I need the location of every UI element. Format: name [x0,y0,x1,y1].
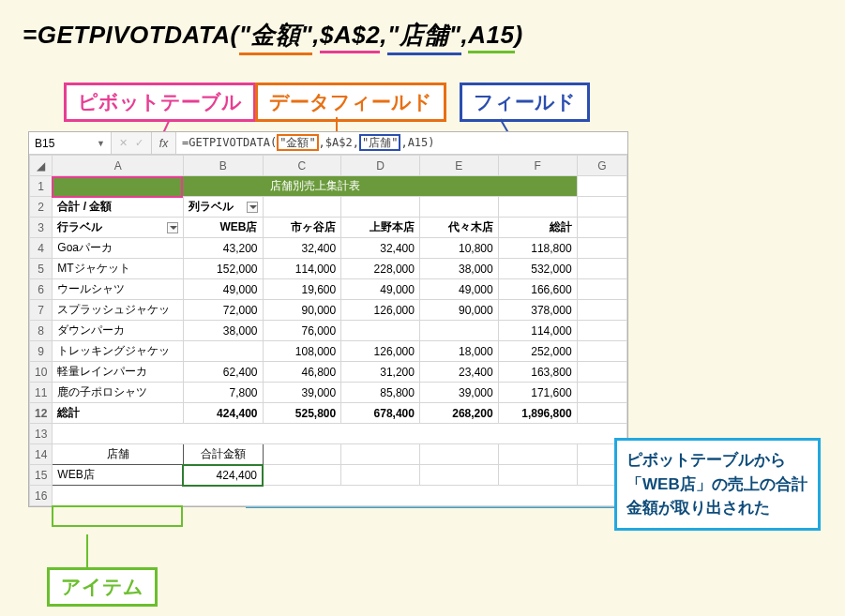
cell-product[interactable]: Goaパーカ [53,238,184,259]
cell-A14[interactable]: 店舗 [53,444,184,465]
select-all-corner[interactable]: ◢ [30,156,53,176]
cell[interactable]: 228,000 [341,259,420,279]
formula-arg-item: A15 [468,21,514,50]
cell-A3[interactable]: 行ラベル [53,218,184,238]
cell-product[interactable]: スプラッシュジャケッ [53,300,184,321]
cell-D3[interactable]: 上野本店 [341,218,420,238]
pivot-title[interactable]: 店舗別売上集計表 [53,176,577,197]
cell[interactable]: 171,600 [498,383,577,403]
cell[interactable]: 10,800 [419,238,498,259]
cell-C3[interactable]: 市ヶ谷店 [263,218,341,238]
col-header-G[interactable]: G [577,156,626,176]
cancel-icon[interactable]: ✕ [119,137,128,149]
label-item: アイテム [47,567,158,607]
cell-product[interactable]: ダウンパーカ [53,321,184,341]
cell[interactable] [577,321,626,341]
cell[interactable]: 43,200 [183,238,263,259]
cell-F3[interactable]: 総計 [498,218,577,238]
col-header-A[interactable]: A [53,156,184,176]
row-header[interactable]: 8 [30,321,53,341]
cell-B3[interactable]: WEB店 [183,218,263,238]
cell-product[interactable]: MTジャケット [53,259,184,279]
formula-bar[interactable]: =GETPIVOTDATA("金額",$A$2,"店舗",A15) [176,132,627,154]
cell[interactable]: 85,800 [341,383,420,403]
cell[interactable] [419,321,498,341]
col-header-D[interactable]: D [341,156,420,176]
row-header[interactable]: 9 [30,341,53,362]
cell[interactable]: 152,000 [183,259,263,279]
cell[interactable]: 126,000 [341,341,420,362]
row-header[interactable]: 11 [30,383,53,403]
cell[interactable] [577,238,626,259]
fx-button[interactable]: fx [152,132,176,154]
cell[interactable]: 252,000 [498,341,577,362]
col-header-C[interactable]: C [263,156,341,176]
cell[interactable]: 76,000 [263,321,341,341]
cell[interactable]: 39,000 [263,383,341,403]
cell[interactable]: 62,400 [183,362,263,383]
cell-B14[interactable]: 合計金額 [183,444,263,465]
cell-E3[interactable]: 代々木店 [419,218,498,238]
cell[interactable]: 126,000 [341,300,420,321]
cell[interactable]: 39,000 [419,383,498,403]
row-label-filter-icon[interactable] [167,222,178,233]
cell[interactable]: 7,800 [183,383,263,403]
callout-explanation: ピボットテーブルから「WEB店」の売上の合計金額が取り出された [614,438,821,531]
col-header-E[interactable]: E [419,156,498,176]
cell[interactable]: 23,400 [419,362,498,383]
row-header[interactable]: 7 [30,300,53,321]
cell[interactable]: 114,000 [498,321,577,341]
cell[interactable]: 163,800 [498,362,577,383]
cell[interactable] [341,321,420,341]
cell[interactable] [577,279,626,300]
cell[interactable]: 90,000 [263,300,341,321]
cell[interactable]: 532,000 [498,259,577,279]
row-header[interactable]: 5 [30,259,53,279]
cell-A15[interactable]: WEB店 [53,465,184,486]
cell[interactable]: 166,600 [498,279,577,300]
formula-heading: =GETPIVOTDATA("金額",$A$2,"店舗",A15) [23,19,523,52]
col-header-B[interactable]: B [183,156,263,176]
cell-B15-active[interactable]: 424,400 [183,465,263,486]
cell[interactable]: 32,400 [263,238,341,259]
cell[interactable] [577,341,626,362]
cell[interactable]: 46,800 [263,362,341,383]
cell[interactable]: 90,000 [419,300,498,321]
cell[interactable]: 49,000 [341,279,420,300]
cell[interactable] [577,362,626,383]
cell[interactable]: 114,000 [263,259,341,279]
cell[interactable]: 31,200 [341,362,420,383]
cell[interactable]: 49,000 [183,279,263,300]
name-box[interactable]: B15 ▼ [29,132,112,154]
cell-product[interactable]: ウールシャツ [53,279,184,300]
cell[interactable]: 38,000 [419,259,498,279]
row-15: 15 WEB店 424,400 [30,465,627,486]
confirm-icon[interactable]: ✓ [135,137,143,149]
cell[interactable]: 72,000 [183,300,263,321]
cell[interactable] [577,300,626,321]
spreadsheet-grid[interactable]: ◢ A B C D E F G 1 店舗別売上集計表 2 合計 / 金額 列ラベ… [29,155,627,506]
column-label-filter-icon[interactable] [247,202,258,213]
row-header[interactable]: 10 [30,362,53,383]
row-header[interactable]: 4 [30,238,53,259]
cell-product[interactable]: 軽量レインパーカ [53,362,184,383]
cell[interactable]: 378,000 [498,300,577,321]
cell[interactable]: 108,000 [263,341,341,362]
cell[interactable] [183,341,263,362]
cell[interactable]: 38,000 [183,321,263,341]
cell[interactable]: 49,000 [419,279,498,300]
cell[interactable]: 118,800 [498,238,577,259]
cell[interactable] [577,259,626,279]
cell-A2[interactable]: 合計 / 金額 [53,197,184,218]
table-row: 11鹿の子ポロシャツ7,80039,00085,80039,000171,600 [30,383,627,403]
row-header[interactable]: 6 [30,279,53,300]
cell[interactable]: 19,600 [263,279,341,300]
cell[interactable] [577,383,626,403]
col-header-F[interactable]: F [498,156,577,176]
name-box-dropdown-icon[interactable]: ▼ [97,139,105,148]
cell-product[interactable]: トレッキングジャケッ [53,341,184,362]
cell[interactable]: 32,400 [341,238,420,259]
cell-B2[interactable]: 列ラベル [183,197,263,218]
cell[interactable]: 18,000 [419,341,498,362]
cell-product[interactable]: 鹿の子ポロシャツ [53,383,184,403]
